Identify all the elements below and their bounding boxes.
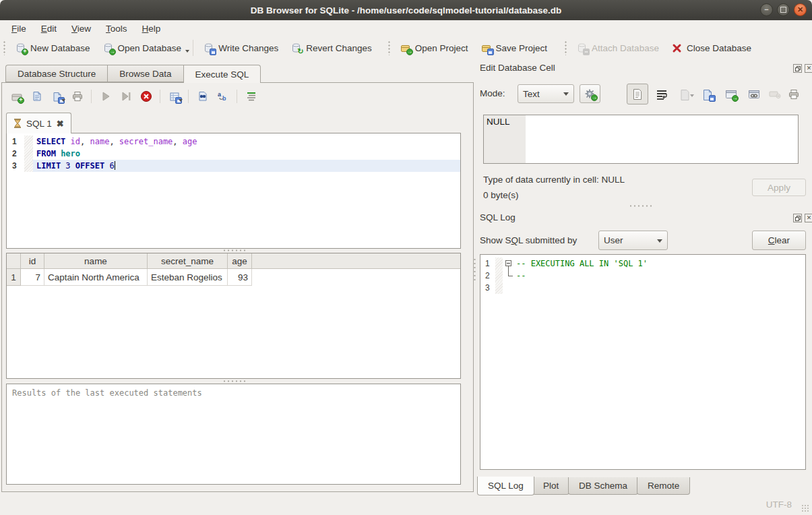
sql-editor[interactable]: 1 SELECT id, name, secret_name, age 2 FR… — [6, 133, 461, 249]
print-button[interactable] — [68, 88, 86, 105]
titlebar[interactable]: DB Browser for SQLite - /home/user/code/… — [0, 0, 812, 20]
close-tab-icon[interactable]: ✖ — [57, 119, 64, 129]
menu-file[interactable]: File — [4, 22, 34, 36]
cell-type-text: Type of data currently in cell: NULL — [483, 175, 625, 185]
log-filter-combobox[interactable]: User — [598, 231, 668, 250]
horizontal-splitter[interactable] — [6, 249, 461, 252]
main-toolbar: + New Database → Open Database Write Cha… — [0, 36, 812, 59]
set-null-button — [767, 86, 783, 102]
sql-tab-label: SQL 1 — [26, 119, 52, 129]
log-line: 1 -- EXECUTING ALL IN 'SQL 1' — [480, 258, 805, 270]
sql-log-filter-label: Show SQL submitted by — [480, 235, 577, 245]
toolbar-separator — [160, 90, 160, 103]
save-results-button[interactable] — [165, 88, 183, 105]
replace-button[interactable]: ab — [214, 88, 232, 105]
results-table[interactable]: id name secret_name age 1 7 Captain Nort… — [6, 253, 461, 379]
toolbar-grip[interactable] — [564, 40, 567, 55]
tab-browse-data[interactable]: Browse Data — [107, 65, 183, 82]
open-sql-file-icon — [31, 90, 43, 102]
apply-mode-button[interactable]: → — [580, 84, 600, 103]
fold-collapse-icon[interactable] — [505, 260, 511, 266]
mode-value: Text — [523, 89, 540, 99]
cell-id[interactable]: 7 — [21, 269, 44, 286]
line-number: 3 — [480, 282, 495, 294]
cell-value-editor[interactable]: NULL — [483, 115, 799, 164]
svg-text:a: a — [218, 91, 222, 98]
menu-tools[interactable]: Tools — [98, 22, 135, 36]
open-external-button[interactable]: → — [722, 86, 739, 102]
close-database-icon — [671, 42, 683, 54]
tab-database-structure[interactable]: Database Structure — [5, 65, 107, 82]
dock-tab-plot[interactable]: Plot — [532, 477, 569, 495]
format-button[interactable] — [242, 88, 260, 105]
horizontal-splitter[interactable] — [6, 380, 461, 383]
column-header-id[interactable]: id — [21, 253, 44, 268]
float-panel-icon[interactable] — [793, 214, 802, 222]
resize-grip[interactable] — [801, 504, 809, 512]
print-cell-button[interactable] — [786, 86, 802, 102]
cell-name[interactable]: Captain North America — [44, 269, 148, 286]
export-button[interactable] — [699, 86, 716, 102]
toolbar-grip[interactable] — [387, 40, 391, 55]
sql-editor-tab[interactable]: SQL 1 ✖ — [6, 113, 71, 133]
import-button — [677, 86, 693, 102]
cell-age[interactable]: 93 — [228, 269, 252, 286]
open-project-button[interactable]: → Open Project — [394, 40, 474, 57]
clear-log-button[interactable]: Clear — [752, 231, 806, 250]
open-database-button[interactable]: → Open Database — [96, 40, 188, 57]
corner-header[interactable] — [7, 253, 21, 268]
column-header-secret-name[interactable]: secret_name — [148, 253, 228, 268]
save-dropdown-icon[interactable] — [61, 99, 65, 104]
fold-margin — [24, 135, 33, 148]
close-panel-icon[interactable]: ✕ — [805, 214, 812, 222]
maximize-icon[interactable] — [777, 3, 790, 16]
open-sql-file-button[interactable] — [28, 88, 46, 105]
float-panel-icon[interactable] — [793, 64, 802, 73]
cell-secret-name[interactable]: Esteban Rogelios — [148, 269, 228, 286]
new-database-button[interactable]: + New Database — [9, 40, 96, 57]
sql-log-view[interactable]: 1 -- EXECUTING ALL IN 'SQL 1' 2 -- 3 — [480, 254, 806, 470]
close-panel-icon[interactable]: ✕ — [805, 64, 812, 73]
editor-line: 1 SELECT id, name, secret_name, age — [7, 135, 460, 148]
stop-button[interactable] — [137, 88, 155, 105]
app-window: { "window": { "title": "DB Browser for S… — [0, 0, 812, 515]
results-message-box: Results of the last executed statements — [6, 384, 461, 485]
line-number: 3 — [7, 160, 24, 172]
toolbar-separator — [193, 40, 193, 56]
toolbar-grip[interactable] — [3, 40, 6, 55]
menu-edit[interactable]: Edit — [34, 22, 64, 36]
new-tab-button[interactable]: + — [7, 88, 26, 105]
column-header-age[interactable]: age — [228, 253, 252, 268]
mode-combobox[interactable]: Text — [518, 84, 574, 103]
revert-changes-button[interactable]: ↻ Revert Changes — [284, 40, 378, 57]
column-header-name[interactable]: name — [44, 253, 148, 268]
find-button[interactable] — [193, 88, 212, 105]
write-changes-button[interactable]: Write Changes — [197, 40, 284, 57]
open-database-dropdown-icon[interactable] — [185, 50, 189, 55]
tab-execute-sql[interactable]: Execute SQL — [183, 65, 261, 83]
minimize-icon[interactable]: − — [760, 3, 773, 16]
line-number: 2 — [480, 270, 495, 282]
vertical-splitter[interactable] — [474, 258, 476, 282]
arrow-badge-icon: → — [109, 49, 116, 55]
dock-tab-sql-log[interactable]: SQL Log — [477, 477, 534, 495]
dock-tab-db-schema[interactable]: DB Schema — [568, 477, 638, 495]
word-wrap-button[interactable] — [654, 86, 670, 102]
save-project-button[interactable]: Save Project — [474, 40, 554, 57]
text-document-button[interactable] — [627, 84, 648, 104]
dock-tab-remote[interactable]: Remote — [637, 477, 690, 495]
menu-help[interactable]: Help — [135, 22, 168, 36]
save-sql-file-button[interactable] — [48, 88, 66, 105]
menu-view[interactable]: View — [64, 22, 98, 36]
copy-link-icon — [748, 89, 759, 100]
row-header[interactable]: 1 — [7, 269, 21, 286]
log-line: 2 -- — [480, 270, 805, 282]
close-icon[interactable]: ✕ — [794, 3, 807, 16]
text-cursor — [115, 161, 115, 170]
table-row[interactable]: 1 7 Captain North America Esteban Rogeli… — [7, 269, 460, 286]
horizontal-splitter[interactable] — [620, 204, 660, 208]
close-database-button[interactable]: Close Database — [665, 40, 757, 57]
refresh-badge-icon: ↻ — [297, 49, 304, 55]
save-results-dropdown-icon[interactable] — [179, 99, 183, 104]
copy-link-button[interactable] — [745, 86, 761, 102]
